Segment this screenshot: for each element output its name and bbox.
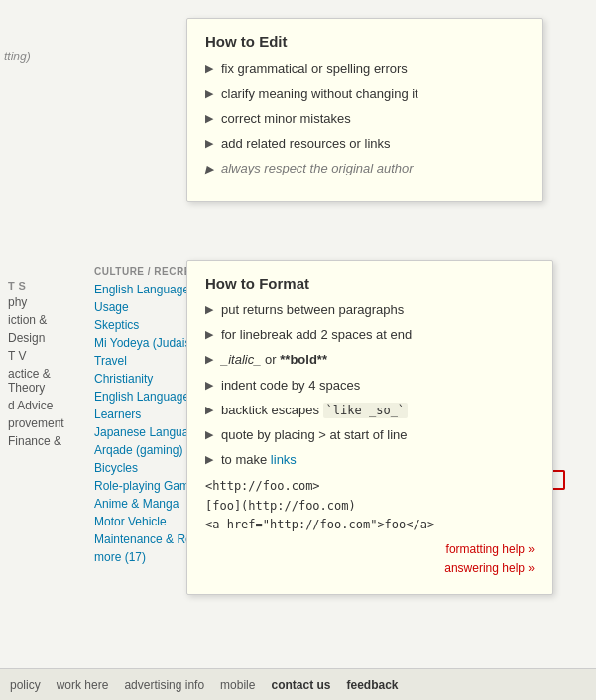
edit-item-text-3: correct minor mistakes (221, 111, 351, 126)
sidebar-item[interactable]: Design (0, 329, 89, 347)
format-text-7: to make links (221, 451, 297, 469)
edit-item-text-1: fix grammatical or spelling errors (221, 61, 408, 76)
formatting-help-link[interactable]: formatting help » (444, 540, 535, 559)
format-help-links: formatting help » answering help » (205, 540, 535, 578)
format-arrow-2: ▶ (205, 327, 213, 342)
ts-label: T S (0, 278, 89, 293)
popup-format-list: ▶ put returns between paragraphs ▶ for l… (205, 301, 535, 469)
popup-edit-item-2: ▶ clarify meaning without changing it (205, 86, 525, 101)
format-text-5: backtick escapes `like _so_` (221, 402, 408, 419)
format-link-1: <http://foo.com> (205, 477, 535, 496)
format-text-2: for linebreak add 2 spaces at end (221, 326, 412, 344)
sidebar-item[interactable]: actice & Theory (0, 365, 89, 397)
format-text-6: quote by placing > at start of line (221, 426, 408, 444)
popup-edit-item-5: ▶ always respect the original author (205, 161, 525, 175)
format-link-2: [foo](http://foo.com) (205, 497, 535, 516)
sidebar-item[interactable]: phy (0, 293, 89, 311)
arrow-icon-3: ▶ (205, 112, 213, 125)
format-arrow-3: ▶ (205, 352, 213, 367)
popup-format-item-3: ▶ _italic_ or **bold** (205, 351, 535, 369)
sidebar-item[interactable]: iction & (0, 311, 89, 329)
popup-how-to-format: How to Format ▶ put returns between para… (186, 260, 553, 595)
edit-item-text-4: add related resources or links (221, 136, 391, 151)
popup-edit-title: How to Edit (205, 33, 525, 50)
format-arrow-6: ▶ (205, 427, 213, 442)
arrow-icon-2: ▶ (205, 87, 213, 100)
popup-format-title: How to Format (205, 275, 535, 292)
format-text-4: indent code by 4 spaces (221, 377, 360, 395)
footer-link-workhere[interactable]: work here (57, 678, 109, 692)
left-sidebar: T S phy iction & Design T V actice & The… (0, 278, 89, 450)
popup-edit-item-3: ▶ correct minor mistakes (205, 111, 525, 126)
popup-format-item-4: ▶ indent code by 4 spaces (205, 377, 535, 395)
format-arrow-5: ▶ (205, 403, 213, 417)
footer-link-policy[interactable]: policy (10, 678, 41, 692)
help-links-container: formatting help » answering help » (444, 540, 535, 578)
popup-edit-list: ▶ fix grammatical or spelling errors ▶ c… (205, 61, 525, 175)
footer-link-contact[interactable]: contact us (271, 678, 330, 692)
popup-format-item-5: ▶ backtick escapes `like _so_` (205, 402, 535, 419)
footer-link-mobile[interactable]: mobile (220, 678, 255, 692)
arrow-icon-5: ▶ (205, 163, 213, 175)
input-hint: tting) (4, 50, 31, 63)
format-arrow-7: ▶ (205, 452, 213, 467)
format-text-3: _italic_ or **bold** (221, 351, 327, 369)
popup-how-to-edit: How to Edit ▶ fix grammatical or spellin… (186, 18, 543, 202)
popup-edit-item-4: ▶ add related resources or links (205, 136, 525, 151)
arrow-icon-4: ▶ (205, 137, 213, 150)
popup-edit-item-1: ▶ fix grammatical or spelling errors (205, 61, 525, 76)
sidebar-item[interactable]: provement (0, 414, 89, 432)
footer-bar: policy work here advertising info mobile… (0, 668, 596, 700)
sidebar-item[interactable]: d Advice (0, 397, 89, 414)
answering-help-link[interactable]: answering help » (444, 559, 535, 578)
sidebar-item[interactable]: Finance & (0, 432, 89, 450)
format-text-1: put returns between paragraphs (221, 301, 404, 319)
edit-item-text-2: clarify meaning without changing it (221, 86, 418, 101)
format-footer: <http://foo.com> [foo](http://foo.com) <… (205, 477, 535, 578)
format-link-3: <a href="http://foo.com">foo</a> (205, 516, 535, 534)
format-arrow-1: ▶ (205, 302, 213, 317)
arrow-icon-1: ▶ (205, 62, 213, 75)
format-arrow-4: ▶ (205, 378, 213, 393)
footer-link-advertising[interactable]: advertising info (124, 678, 204, 692)
popup-format-item-6: ▶ quote by placing > at start of line (205, 426, 535, 444)
popup-format-item-1: ▶ put returns between paragraphs (205, 301, 535, 319)
edit-item-text-5: always respect the original author (221, 161, 414, 175)
popup-format-item-7: ▶ to make links (205, 451, 535, 469)
popup-format-item-2: ▶ for linebreak add 2 spaces at end (205, 326, 535, 344)
footer-link-feedback[interactable]: feedback (346, 678, 398, 692)
sidebar-item[interactable]: T V (0, 347, 89, 365)
